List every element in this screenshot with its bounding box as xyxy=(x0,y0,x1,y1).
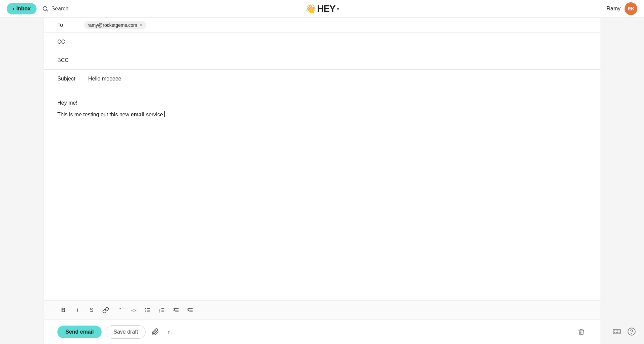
strikethrough-button[interactable]: S xyxy=(86,304,98,316)
nav-left: ‹ Inbox Search xyxy=(7,3,68,14)
body-line2-prefix: This is me testing out this new xyxy=(57,112,131,117)
action-right xyxy=(576,326,587,338)
email-body[interactable]: Hey me! This is me testing out this new … xyxy=(44,88,600,300)
svg-point-6 xyxy=(145,310,146,311)
search-area[interactable]: Search xyxy=(42,5,68,12)
body-line2-suffix: service. xyxy=(145,112,165,117)
font-size-icon: T T xyxy=(167,328,174,336)
logo-dropdown-arrow[interactable]: ▾ xyxy=(337,6,339,11)
attach-file-button[interactable] xyxy=(150,326,161,338)
nav-center: 👋 HEY ▾ xyxy=(305,3,339,14)
keyboard-icon xyxy=(612,327,621,336)
nav-right: Ramy RK xyxy=(606,2,637,15)
quote-button[interactable]: " xyxy=(114,304,126,316)
to-row: To ramy@rocketgems.com × xyxy=(44,18,600,33)
send-email-button[interactable]: Send email xyxy=(57,326,102,338)
ordered-list-button[interactable]: 1 2 3 xyxy=(156,304,168,316)
bcc-label: BCC xyxy=(57,57,84,63)
format-toolbar: B I S " <> 1 2 xyxy=(44,300,600,320)
cc-row: CC xyxy=(44,33,600,51)
svg-line-1 xyxy=(47,10,48,12)
bcc-row: BCC xyxy=(44,51,600,70)
indent-increase-button[interactable] xyxy=(184,304,196,316)
paperclip-icon xyxy=(152,328,159,336)
indent-increase-icon xyxy=(187,307,194,313)
keyboard-icon-button[interactable] xyxy=(611,326,623,337)
inbox-label: Inbox xyxy=(16,6,31,12)
svg-rect-22 xyxy=(613,330,621,334)
indent-decrease-icon xyxy=(173,307,179,313)
left-sidebar xyxy=(0,18,44,344)
cc-label: CC xyxy=(57,39,84,45)
main-content: To ramy@rocketgems.com × CC BCC Subject … xyxy=(0,18,644,344)
recipient-remove-button[interactable]: × xyxy=(139,22,142,28)
svg-point-7 xyxy=(145,311,146,312)
trash-icon xyxy=(578,328,585,336)
inbox-button[interactable]: ‹ Inbox xyxy=(7,3,37,14)
top-nav: ‹ Inbox Search 👋 HEY ▾ Ramy RK xyxy=(0,0,644,18)
ordered-list-icon: 1 2 3 xyxy=(159,307,165,313)
code-button[interactable]: <> xyxy=(128,304,140,316)
search-label: Search xyxy=(51,6,68,12)
recipient-chip[interactable]: ramy@rocketgems.com × xyxy=(84,21,146,29)
hand-wave-icon: 👋 xyxy=(305,4,316,14)
compose-area: To ramy@rocketgems.com × CC BCC Subject … xyxy=(44,18,600,344)
svg-point-0 xyxy=(43,6,47,10)
to-field-value: ramy@rocketgems.com × xyxy=(84,21,587,29)
user-name: Ramy xyxy=(606,6,621,12)
body-bold-email: email xyxy=(131,112,145,117)
delete-button[interactable] xyxy=(576,326,587,338)
hey-logo: 👋 HEY ▾ xyxy=(305,3,339,14)
svg-text:T: T xyxy=(168,330,170,335)
save-draft-button[interactable]: Save draft xyxy=(106,325,146,339)
bold-button[interactable]: B xyxy=(57,304,69,316)
bullet-list-button[interactable] xyxy=(142,304,154,316)
svg-text:3: 3 xyxy=(159,311,160,313)
subject-row: Subject Hello meeeee xyxy=(44,70,600,88)
link-button[interactable] xyxy=(100,304,112,316)
help-icon xyxy=(627,327,636,336)
search-icon xyxy=(42,5,49,12)
svg-point-30 xyxy=(628,328,635,335)
cursor xyxy=(164,111,165,117)
right-sidebar xyxy=(600,18,644,344)
font-size-button[interactable]: T T xyxy=(165,326,176,338)
bottom-right-icons xyxy=(611,326,637,337)
indent-decrease-button[interactable] xyxy=(170,304,182,316)
subject-text: Hello meeeee xyxy=(84,76,121,82)
bullet-list-icon xyxy=(145,307,151,313)
logo-text: HEY xyxy=(317,3,335,14)
body-line2: This is me testing out this new email se… xyxy=(57,110,587,119)
svg-point-5 xyxy=(145,308,146,309)
help-button[interactable] xyxy=(626,326,637,337)
recipient-email: ramy@rocketgems.com xyxy=(88,22,137,28)
link-icon xyxy=(102,307,109,313)
svg-text:T: T xyxy=(171,332,172,335)
to-label: To xyxy=(57,22,84,28)
body-line1: Hey me! xyxy=(57,98,587,107)
subject-value[interactable]: Hello meeeee xyxy=(84,76,587,82)
avatar[interactable]: RK xyxy=(625,2,637,15)
italic-button[interactable]: I xyxy=(71,304,84,316)
chevron-left-icon: ‹ xyxy=(13,6,14,11)
subject-label: Subject xyxy=(57,76,84,82)
action-bar: Send email Save draft T T xyxy=(44,320,600,344)
